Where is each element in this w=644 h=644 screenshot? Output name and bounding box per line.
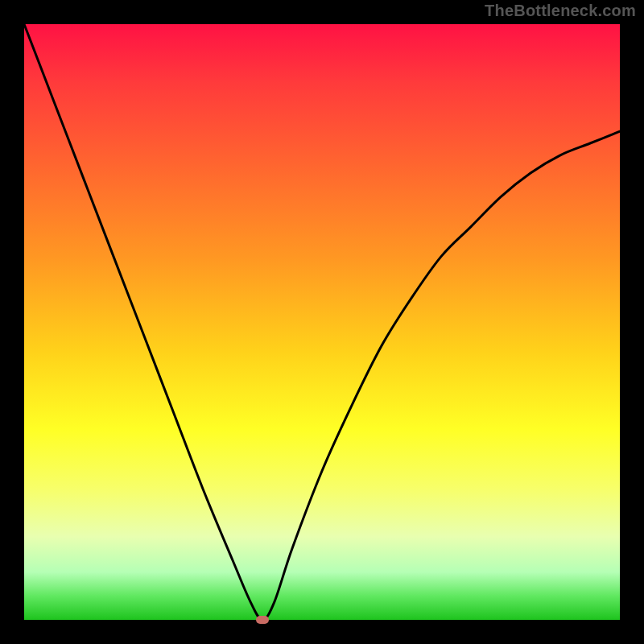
plot-area	[24, 24, 620, 620]
chart-frame: TheBottleneck.com	[0, 0, 644, 644]
watermark-text: TheBottleneck.com	[485, 2, 636, 20]
optimal-point-marker	[256, 616, 269, 624]
bottleneck-curve	[24, 24, 620, 620]
curve-svg	[24, 24, 620, 620]
